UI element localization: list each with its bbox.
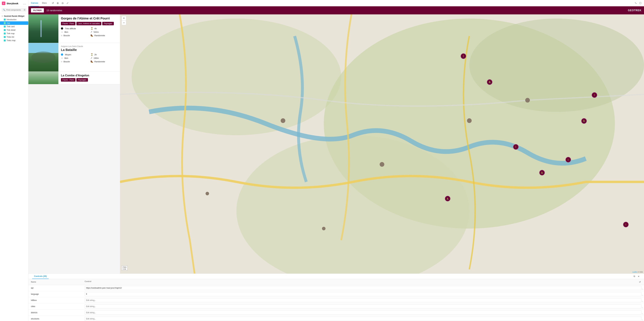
zoom-in-button[interactable]: ⊕ <box>56 1 59 5</box>
controls-panel: Controls (20) ⧉ ✕ Name Control ↺ <box>28 274 644 321</box>
map-marker-1[interactable]: 🚶 <box>460 53 466 59</box>
topbar-icons: ↺ ⊕ ⊖ ⤢ <box>51 1 69 5</box>
distance-icon: ↔ <box>61 31 63 33</box>
sidebar-menu-button[interactable]: ... <box>23 2 26 5</box>
trek-tags-1: Faune - Flore Lacs, rivières et cascades… <box>61 22 118 25</box>
stat-elevation-2: ↗ 190m <box>90 57 118 59</box>
control-input-structures[interactable] <box>84 317 642 321</box>
stat-activity-2: 🥾 Randonnée <box>90 60 118 63</box>
control-input-api[interactable] <box>84 286 642 290</box>
sidebar-logo-text: Storybook <box>7 2 18 5</box>
circuit-label-2: Boucle <box>64 60 70 63</box>
topbar: Canvas Docs ↺ ⊕ ⊖ ⤢ ⤡ ⬡ <box>28 0 644 6</box>
sidebar-item-trek-map[interactable]: Trek map <box>0 32 28 35</box>
sidebar-item-introduction[interactable]: Introduction <box>0 18 28 21</box>
table-row[interactable]: Avignon-Les-Saint-Claude La Bataille Moy… <box>28 43 120 72</box>
map-zoom-controls: + − <box>122 16 126 25</box>
table-row[interactable]: Gorges de l'Abime et Crêt Pourri Faune -… <box>28 14 120 43</box>
table-row: language ⤡ <box>28 291 644 297</box>
map-marker-2[interactable]: 🚴 <box>487 79 492 85</box>
svg-point-7 <box>467 118 472 123</box>
sidebar-item-label: Trek detail <box>7 29 16 31</box>
tab-canvas[interactable]: Canvas <box>30 0 39 6</box>
circuit-label: Boucle <box>64 34 70 37</box>
geotrek-brand-label: GEOTREK <box>628 9 642 12</box>
controls-table: Name Control ↺ api ⤡ <box>28 279 644 321</box>
controls-tab[interactable]: Controls (20) <box>32 274 48 279</box>
control-name-inbbox: inBbox <box>28 297 82 303</box>
sidebar-item-trek-detail[interactable]: Trek detail <box>0 28 28 32</box>
col-header-control: Control ↺ <box>82 279 644 285</box>
slash-key: / <box>24 9 26 11</box>
tree-group-geotrek[interactable]: ▼ Geotrek Rando Widget <box>0 14 28 18</box>
duration-icon-2: ⏳ <box>90 53 93 56</box>
stat-elevation: ↗ 542m <box>90 31 118 33</box>
map-attribution: Leaflet | © IGN <box>632 271 643 273</box>
control-input-cities[interactable] <box>84 304 642 308</box>
control-input-districts[interactable] <box>84 310 642 315</box>
map-zoom-out-button[interactable]: − <box>122 21 126 25</box>
reset-icon-button[interactable]: ↺ <box>51 1 54 5</box>
map-scale-mi: 1 mi <box>123 268 126 270</box>
trek-stats-1: Très difficile ⏳ 4h ↔ 8km <box>61 27 118 37</box>
sidebar-item-label: Trek card <box>7 26 14 28</box>
control-name-structures: structures <box>28 316 82 321</box>
trek-card-content-2: Avignon-Les-Saint-Claude La Bataille Moy… <box>58 43 120 71</box>
duration-icon: ⏳ <box>90 27 93 30</box>
trek-image-1 <box>28 14 58 43</box>
resize-handle-icon: ⤡ <box>642 300 643 303</box>
stat-distance-2: ↔ 6km <box>61 57 88 59</box>
controls-reset-button[interactable]: ↺ <box>638 280 642 283</box>
tag-paysages-3: Paysages <box>76 78 88 82</box>
stat-circuit-2: ○ Boucle <box>61 60 88 63</box>
table-row[interactable]: La Combe d'Angelon Faune - Flore Paysage… <box>28 72 120 84</box>
table-row: api ⤡ <box>28 285 644 291</box>
svg-point-6 <box>380 162 384 167</box>
circuit-icon-2: ○ <box>61 60 62 63</box>
map-marker-3[interactable]: 🚶 <box>513 144 519 150</box>
elevation-icon-2: ↗ <box>90 57 92 59</box>
map-marker-6[interactable]: 🚴 <box>581 118 587 124</box>
control-cell-api: ⤡ <box>82 285 644 291</box>
trek-image-2 <box>28 43 58 71</box>
zoom-out-button[interactable]: ⊖ <box>61 1 64 5</box>
search-input-wrap: 🔍 / <box>2 8 27 12</box>
resize-handle-icon: ⤡ <box>642 307 643 309</box>
tag-faune-flore-3: Faune - Flore <box>61 78 76 82</box>
activity-label-2: Randonnée <box>94 60 105 63</box>
sidebar-item-treks-list[interactable]: Treks list <box>0 35 28 39</box>
controls-window-icon-button[interactable]: ⧉ <box>633 275 636 278</box>
search-icon: 🔍 <box>3 9 5 11</box>
sidebar-item-treks-map[interactable]: Treks map <box>0 39 28 42</box>
controls-tabs-bar: Controls (20) ⧉ ✕ <box>28 274 644 279</box>
table-row: districts ⤡ <box>28 310 644 316</box>
sidebar-item-app[interactable]: App <box>0 21 28 25</box>
sidebar-item-trek-card[interactable]: Trek card <box>0 25 28 28</box>
stat-difficulty-2: Moyen <box>61 53 88 56</box>
leaflet-attribution-link[interactable]: Leaflet <box>632 271 637 273</box>
story-icon <box>4 40 6 41</box>
control-input-language[interactable] <box>84 292 642 296</box>
expand-icon-button[interactable]: ⤡ <box>634 1 637 5</box>
svg-point-4 <box>469 19 644 112</box>
map-zoom-in-button[interactable]: + <box>122 16 126 21</box>
activity-icon-2: 🥾 <box>90 60 93 63</box>
tree-group-label: Geotrek Rando Widget <box>4 15 24 17</box>
stat-distance: ↔ 8km <box>61 31 88 33</box>
story-icon <box>4 33 6 35</box>
fit-screen-button[interactable]: ⤢ <box>66 1 69 5</box>
map-scale: 2 km 1 mi <box>122 266 128 270</box>
story-icon <box>4 19 6 21</box>
stat-duration-2: ⏳ 2h <box>90 53 118 56</box>
controls-table-wrap: Name Control ↺ api ⤡ <box>28 279 644 321</box>
filter-button[interactable]: FILTRER <box>31 8 44 13</box>
controls-close-button[interactable]: ✕ <box>637 275 640 278</box>
control-input-inbbox[interactable] <box>84 298 642 302</box>
search-input[interactable] <box>6 9 23 11</box>
table-row: structures ⤡ <box>28 316 644 321</box>
tab-docs[interactable]: Docs <box>41 0 47 6</box>
open-new-tab-button[interactable]: ⬡ <box>639 1 642 5</box>
trek-count-label: 15 randonnées <box>46 9 62 12</box>
sidebar-tree: ▼ Geotrek Rando Widget Introduction App … <box>0 13 28 321</box>
map-marker-7[interactable]: 🚶 <box>592 92 597 98</box>
